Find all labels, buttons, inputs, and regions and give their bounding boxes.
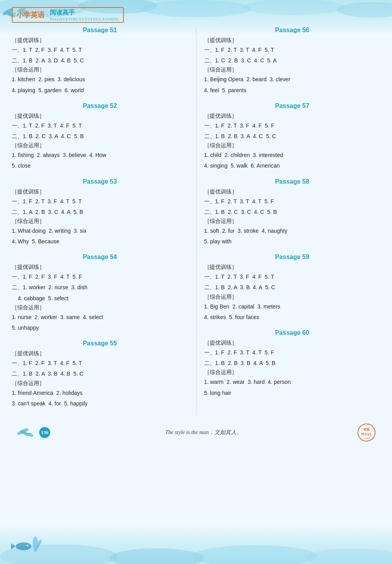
zonghe-56-line1: 1. Beijing Opera 2. beard 3. clever <box>204 75 381 84</box>
page-footer: 136 The style is the man．文如其人。 答案 MXQ E … <box>0 420 392 445</box>
tiyou-55-line1: 一、1. F 2. F 3. T 4. F 5. T <box>12 358 188 368</box>
svg-point-12 <box>110 548 204 564</box>
zonghe-58-line1: 1. soft 2. fur 3. stroke 4. naughty <box>204 226 381 236</box>
passage-58-title: Passage 58 <box>204 178 381 185</box>
zonghe-54-line2: 5. unhappy <box>12 323 188 333</box>
zonghe-54-label: ［综合运用］ <box>12 304 188 311</box>
tiyou-55-line2: 二、1. B 2. A 3. B 4. B 5. C <box>12 369 188 379</box>
tiyou-57-label: ［提优训练］ <box>204 113 381 120</box>
svg-text:.COM: .COM <box>363 437 370 440</box>
footer-logo-area: 答案 MXQ E .COM <box>357 423 376 442</box>
zonghe-55-label: ［综合运用］ <box>12 380 188 387</box>
tiyou-56-line2: 二、1. C 2. B 3. C 4. C 5. A <box>204 56 381 66</box>
passage-51-section: Passage 51 ［提优训练］ 一、1. T 2. F 3. F 4. T … <box>12 27 188 95</box>
zonghe-60-label: ［综合运用］ <box>204 369 381 376</box>
passage-53-section: Passage 53 ［提优训练］ 一、1. F 2. T 3. F 4. T … <box>12 178 188 247</box>
passage-52-section: Passage 52 ［提优训练］ 一、1. T 2. F 3. T 4. F … <box>12 102 188 171</box>
svg-point-14 <box>306 548 392 564</box>
tiyou-52-line2: 二、1. B 2. C 3. A 4. C 5. B <box>12 131 188 141</box>
passage-59-section: Passage 59 ［提优训练］ 一、1. T 2. T 3. F 4. F … <box>204 254 381 322</box>
header-subtitle: XIAOXUEYINGYUYUEDUGAOSHOU <box>50 17 119 21</box>
zonghe-58-label: ［综合运用］ <box>204 218 381 225</box>
svg-point-17 <box>27 545 28 546</box>
zonghe-59-line2: 4. strikes 5. four faces <box>204 312 381 322</box>
tiyou-59-line1: 一、1. T 2. T 3. F 4. F 5. T <box>204 272 381 282</box>
zonghe-52-line2: 5. close <box>12 161 188 171</box>
header-title-en: 阅读高手 <box>50 9 75 17</box>
tiyou-60-label: ［提优训练］ <box>204 339 381 347</box>
header-title-cn: 小学英语 <box>16 10 45 20</box>
tiyou-51-label: ［提优训练］ <box>12 37 188 44</box>
tiyou-58-line2: 二、1. B 2. C 3. C 4. C 5. B <box>204 207 381 217</box>
passage-59-title: Passage 59 <box>204 254 381 261</box>
zonghe-57-line1: 1. child 2. children 3. interested <box>204 150 381 160</box>
passage-56-section: Passage 56 ［提优训练］ 一、1. F 2. T 3. T 4. F … <box>204 27 381 95</box>
tiyou-54-line3: 4. cabbage 5. select <box>12 294 188 303</box>
footer-logo-icon: 答案 MXQ E .COM <box>357 423 376 442</box>
tiyou-51-line2: 二、1. B 2. A 3. D 4. B 5. C <box>12 56 188 66</box>
zonghe-53-line1: 1. What·doing 2. writing 3. six <box>12 226 188 236</box>
zonghe-58-line2: 5. play with <box>204 237 381 246</box>
svg-point-21 <box>21 431 24 433</box>
svg-point-13 <box>192 545 318 564</box>
passage-54-title: Passage 54 <box>12 254 188 261</box>
main-content: Passage 51 ［提优训练］ 一、1. T 2. F 3. F 4. T … <box>0 27 392 416</box>
tiyou-53-line1: 一、1. F 2. T 3. F 4. T 5. T <box>12 197 188 206</box>
zonghe-60-line1: 1. warm 2. wear 3. hard 4. person <box>204 377 381 387</box>
tiyou-56-line1: 一、1. F 2. T 3. T 4. F 5. T <box>204 45 381 55</box>
tiyou-58-line1: 一、1. F 2. T 3. T 4. T 5. F <box>204 197 381 206</box>
tiyou-53-line2: 二、1. A 2. B 3. C 4. A 5. B <box>12 207 188 217</box>
passage-58-section: Passage 58 ［提优训练］ 一、1. F 2. T 3. T 4. T … <box>204 178 381 247</box>
zonghe-53-line2: 4. Why 5. Because <box>12 237 188 246</box>
tiyou-56-label: ［提优训练］ <box>204 37 381 44</box>
tiyou-55-label: ［提优训练］ <box>12 350 188 357</box>
zonghe-51-line2: 4. playing 5. garden 6. world <box>12 86 188 95</box>
bottom-wave-svg <box>0 525 392 564</box>
tiyou-57-line1: 一、1. F 2. T 3. F 4. F 5. F <box>204 121 381 131</box>
passage-60-title: Passage 60 <box>204 329 381 336</box>
zonghe-51-label: ［综合运用］ <box>12 66 188 73</box>
tiyou-57-line2: 二、1. B 2. B 3. A 4. C 5. C <box>204 131 381 141</box>
page-header: 小学英语 · 阅读高手 XIAOXUEYINGYUYUEDUGAOSHOU <box>0 0 392 27</box>
tiyou-54-line1: 一、1. F 2. F 3. F 4. T 5. F <box>12 272 188 282</box>
passage-57-title: Passage 57 <box>204 102 381 110</box>
passage-55-section: Passage 55 ［提优训练］ 一、1. F 2. F 3. T 4. F … <box>12 340 188 409</box>
zonghe-52-label: ［综合运用］ <box>12 142 188 149</box>
left-column: Passage 51 ［提优训练］ 一、1. T 2. F 3. F 4. T … <box>8 27 196 416</box>
passage-57-section: Passage 57 ［提优训练］ 一、1. F 2. T 3. F 4. F … <box>204 102 381 171</box>
tiyou-51-line1: 一、1. T 2. F 3. F 4. T 5. T <box>12 45 188 55</box>
tiyou-53-label: ［提优训练］ <box>12 188 188 195</box>
zonghe-53-label: ［综合运用］ <box>12 218 188 225</box>
tiyou-59-line2: 二、1. B 2. A 3. B 4. A 5. C <box>204 283 381 292</box>
tiyou-60-line2: 二、1. B 2. B 3. B 4. A 5. B <box>204 358 381 368</box>
zonghe-59-line1: 1. Big Ben 2. capital 3. meters <box>204 302 381 312</box>
zonghe-56-label: ［综合运用］ <box>204 66 381 73</box>
page-number: 136 <box>39 427 50 438</box>
zonghe-54-line1: 1. nurse 2. worker 3. same 4. select <box>12 312 188 322</box>
svg-point-15 <box>16 542 31 550</box>
tiyou-60-line1: 一、1. F 2. F 3. T 4. T 5. F <box>204 348 381 358</box>
passage-54-section: Passage 54 ［提优训练］ 一、1. F 2. F 3. F 4. T … <box>12 254 188 333</box>
footer-dragonfly-icon <box>16 425 35 440</box>
header-title-box: 小学英语 · 阅读高手 XIAOXUEYINGYUYUEDUGAOSHOU <box>12 7 124 23</box>
zonghe-56-line2: 4. feel 5. parents <box>204 86 381 95</box>
tiyou-54-line2: 二、1. worker 2. nurse 3. dish <box>12 283 188 292</box>
tiyou-59-label: ［提优训练］ <box>204 264 381 271</box>
passage-60-section: Passage 60 ［提优训练］ 一、1. F 2. F 3. T 4. T … <box>204 329 381 398</box>
bottom-decoration <box>0 525 392 564</box>
tiyou-54-label: ［提优训练］ <box>12 264 188 271</box>
zonghe-57-label: ［综合运用］ <box>204 142 381 149</box>
passage-51-title: Passage 51 <box>12 27 188 34</box>
zonghe-52-line1: 1. fishing 2. always 3. believe 4. How <box>12 150 188 160</box>
passage-53-title: Passage 53 <box>12 178 188 185</box>
zonghe-51-line1: 1. kitchen 2. pies 3. delicious <box>12 75 188 84</box>
header-dot: · <box>46 11 48 19</box>
svg-text:MXQ E: MXQ E <box>361 433 372 436</box>
tiyou-52-label: ［提优训练］ <box>12 113 188 120</box>
footer-quote: The style is the man．文如其人。 <box>165 429 241 436</box>
passage-55-title: Passage 55 <box>12 340 188 347</box>
tiyou-58-label: ［提优训练］ <box>204 188 381 195</box>
right-column: Passage 56 ［提优训练］ 一、1. F 2. T 3. T 4. F … <box>196 27 385 416</box>
zonghe-55-line2: 3. can't speak 4. for 5. happily <box>12 399 188 409</box>
svg-text:答案: 答案 <box>363 427 370 431</box>
